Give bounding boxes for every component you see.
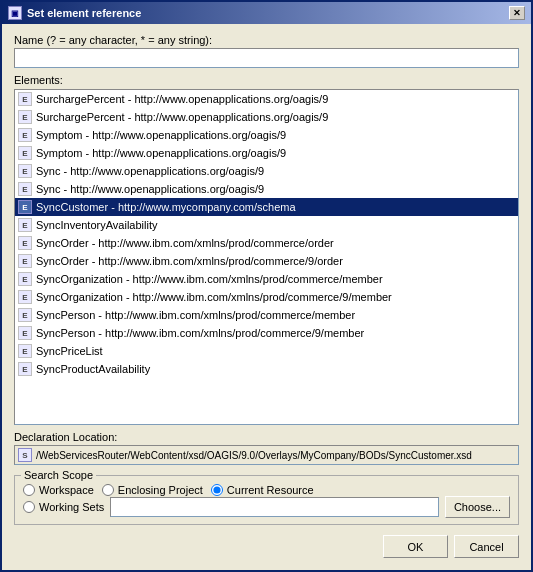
list-item[interactable]: ESyncOrder - http://www.ibm.com/xmlns/pr…	[15, 234, 518, 252]
element-icon: E	[18, 200, 32, 214]
element-text: SyncProductAvailability	[36, 363, 150, 375]
element-text: SyncOrder - http://www.ibm.com/xmlns/pro…	[36, 237, 334, 249]
list-item[interactable]: ESync - http://www.openapplications.org/…	[15, 180, 518, 198]
list-item[interactable]: ESyncOrganization - http://www.ibm.com/x…	[15, 288, 518, 306]
declaration-path: /WebServicesRouter/WebContent/xsd/OAGIS/…	[36, 450, 472, 461]
name-label: Name (? = any character, * = any string)…	[14, 34, 519, 46]
scope-workspace-radio[interactable]	[23, 484, 35, 496]
choose-button[interactable]: Choose...	[445, 496, 510, 518]
list-item[interactable]: ESyncPerson - http://www.ibm.com/xmlns/p…	[15, 324, 518, 342]
scope-enclosing[interactable]: Enclosing Project	[102, 484, 203, 496]
element-text: SyncPerson - http://www.ibm.com/xmlns/pr…	[36, 309, 355, 321]
element-text: SyncInventoryAvailability	[36, 219, 157, 231]
working-sets-option[interactable]: Working Sets	[23, 501, 104, 513]
element-text: SyncPerson - http://www.ibm.com/xmlns/pr…	[36, 327, 364, 339]
element-icon: E	[18, 128, 32, 142]
list-item[interactable]: ESurchargePercent - http://www.openappli…	[15, 90, 518, 108]
list-item[interactable]: ESurchargePercent - http://www.openappli…	[15, 108, 518, 126]
scope-workspace[interactable]: Workspace	[23, 484, 94, 496]
scope-current[interactable]: Current Resource	[211, 484, 314, 496]
element-icon: E	[18, 272, 32, 286]
element-icon: E	[18, 326, 32, 340]
window-icon: ▣	[8, 6, 22, 20]
element-text: Sync - http://www.openapplications.org/o…	[36, 165, 264, 177]
scope-enclosing-radio[interactable]	[102, 484, 114, 496]
name-input[interactable]	[14, 48, 519, 68]
element-text: SyncPriceList	[36, 345, 103, 357]
list-item[interactable]: ESyncProductAvailability	[15, 360, 518, 378]
scope-current-radio[interactable]	[211, 484, 223, 496]
element-text: Sync - http://www.openapplications.org/o…	[36, 183, 264, 195]
working-sets-label: Working Sets	[39, 501, 104, 513]
button-row: OK Cancel	[14, 531, 519, 560]
search-scope-section: Search Scope Workspace Enclosing Project…	[14, 475, 519, 525]
element-icon: E	[18, 218, 32, 232]
elements-list-container: ESurchargePercent - http://www.openappli…	[14, 89, 519, 425]
element-text: SyncCustomer - http://www.mycompany.com/…	[36, 201, 296, 213]
element-icon: E	[18, 164, 32, 178]
dialog-window: ▣ Set element reference ✕ Name (? = any …	[0, 0, 533, 572]
dialog-content: Name (? = any character, * = any string)…	[2, 24, 531, 570]
element-icon: E	[18, 236, 32, 250]
element-icon: E	[18, 308, 32, 322]
element-icon: E	[18, 344, 32, 358]
scope-current-label: Current Resource	[227, 484, 314, 496]
scope-enclosing-label: Enclosing Project	[118, 484, 203, 496]
declaration-icon: S	[18, 448, 32, 462]
declaration-section: Declaration Location: S /WebServicesRout…	[14, 431, 519, 465]
element-text: SurchargePercent - http://www.openapplic…	[36, 111, 328, 123]
element-text: SyncOrganization - http://www.ibm.com/xm…	[36, 291, 392, 303]
scope-options-row: Workspace Enclosing Project Current Reso…	[23, 484, 510, 496]
working-sets-row: Working Sets Choose...	[23, 496, 510, 518]
element-icon: E	[18, 290, 32, 304]
cancel-button[interactable]: Cancel	[454, 535, 519, 558]
list-item[interactable]: ESyncInventoryAvailability	[15, 216, 518, 234]
title-bar-left: ▣ Set element reference	[8, 6, 141, 20]
name-section: Name (? = any character, * = any string)…	[14, 34, 519, 68]
window-title: Set element reference	[27, 7, 141, 19]
list-item[interactable]: ESyncOrder - http://www.ibm.com/xmlns/pr…	[15, 252, 518, 270]
declaration-label: Declaration Location:	[14, 431, 519, 443]
element-text: Symptom - http://www.openapplications.or…	[36, 129, 286, 141]
list-item[interactable]: ESync - http://www.openapplications.org/…	[15, 162, 518, 180]
element-icon: E	[18, 254, 32, 268]
list-item[interactable]: ESymptom - http://www.openapplications.o…	[15, 144, 518, 162]
element-icon: E	[18, 146, 32, 160]
declaration-field: S /WebServicesRouter/WebContent/xsd/OAGI…	[14, 445, 519, 465]
elements-section: Elements: ESurchargePercent - http://www…	[14, 74, 519, 425]
list-item[interactable]: ESyncPriceList	[15, 342, 518, 360]
close-button[interactable]: ✕	[509, 6, 525, 20]
element-text: SurchargePercent - http://www.openapplic…	[36, 93, 328, 105]
list-item[interactable]: ESymptom - http://www.openapplications.o…	[15, 126, 518, 144]
element-icon: E	[18, 362, 32, 376]
working-sets-input[interactable]	[110, 497, 439, 517]
elements-list[interactable]: ESurchargePercent - http://www.openappli…	[15, 90, 518, 424]
list-item[interactable]: ESyncCustomer - http://www.mycompany.com…	[15, 198, 518, 216]
list-item[interactable]: ESyncPerson - http://www.ibm.com/xmlns/p…	[15, 306, 518, 324]
element-icon: E	[18, 110, 32, 124]
elements-label: Elements:	[14, 74, 519, 86]
element-icon: E	[18, 92, 32, 106]
scope-workspace-label: Workspace	[39, 484, 94, 496]
element-text: SyncOrder - http://www.ibm.com/xmlns/pro…	[36, 255, 343, 267]
element-icon: E	[18, 182, 32, 196]
working-sets-radio[interactable]	[23, 501, 35, 513]
list-item[interactable]: ESyncOrganization - http://www.ibm.com/x…	[15, 270, 518, 288]
ok-button[interactable]: OK	[383, 535, 448, 558]
element-text: SyncOrganization - http://www.ibm.com/xm…	[36, 273, 383, 285]
search-scope-title: Search Scope	[21, 469, 96, 481]
element-text: Symptom - http://www.openapplications.or…	[36, 147, 286, 159]
title-bar: ▣ Set element reference ✕	[2, 2, 531, 24]
